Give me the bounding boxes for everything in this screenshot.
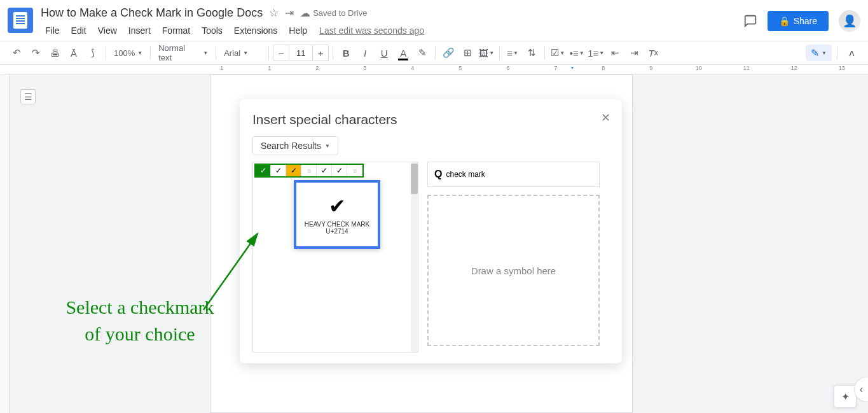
menu-extensions[interactable]: Extensions bbox=[230, 23, 282, 38]
menu-view[interactable]: View bbox=[93, 23, 121, 38]
character-row-highlight: ✓✓✓⍰✓✓⍰ bbox=[254, 164, 364, 178]
character-chip[interactable]: ⍰ bbox=[301, 165, 317, 176]
underline-button[interactable]: U bbox=[375, 44, 393, 62]
tooltip-code: U+2714 bbox=[326, 228, 348, 235]
character-chip[interactable]: ✓ bbox=[271, 165, 286, 176]
spellcheck-button[interactable]: Ā bbox=[65, 44, 83, 62]
explore-button[interactable]: ✦ bbox=[834, 385, 857, 408]
decrease-indent-button[interactable]: ⇤ bbox=[606, 44, 624, 62]
search-box[interactable]: Q bbox=[427, 162, 600, 187]
cloud-icon: ☁ bbox=[300, 7, 310, 19]
menu-file[interactable]: File bbox=[41, 23, 64, 38]
checklist-button[interactable]: ☑▼ bbox=[549, 44, 567, 62]
menu-bar: File Edit View Insert Format Tools Exten… bbox=[41, 23, 743, 38]
bold-button[interactable]: B bbox=[337, 44, 355, 62]
redo-button[interactable]: ↷ bbox=[27, 44, 45, 62]
menu-insert[interactable]: Insert bbox=[124, 23, 155, 38]
character-tooltip: ✔ HEAVY CHECK MARK U+2714 bbox=[294, 180, 380, 249]
text-color-button[interactable]: A bbox=[394, 44, 412, 62]
character-grid[interactable]: ✓✓✓⍰✓✓⍰ ✔ HEAVY CHECK MARK U+2714 bbox=[252, 162, 418, 353]
annotation-text: Select a checkmark of your choice bbox=[64, 294, 216, 347]
character-chip[interactable]: ✓ bbox=[317, 165, 332, 176]
menu-tools[interactable]: Tools bbox=[197, 23, 227, 38]
search-input[interactable] bbox=[446, 170, 593, 179]
dialog-title: Insert special characters bbox=[252, 112, 609, 127]
tooltip-name: HEAVY CHECK MARK bbox=[305, 221, 369, 228]
lock-icon: 🔒 bbox=[779, 16, 790, 26]
search-icon: Q bbox=[434, 169, 442, 180]
menu-format[interactable]: Format bbox=[158, 23, 195, 38]
clear-formatting-button[interactable]: Tx bbox=[644, 44, 662, 62]
toolbar: ↶ ↷ 🖶 Ā ⟆ 100%▼ Normal text▼ Arial▼ − + … bbox=[0, 41, 868, 65]
tooltip-glyph: ✔ bbox=[329, 194, 346, 218]
paint-format-button[interactable]: ⟆ bbox=[84, 44, 102, 62]
save-status-text: Saved to Drive bbox=[313, 8, 367, 18]
editing-mode-button[interactable]: ✎ ▼ bbox=[806, 45, 832, 61]
font-size-decrease[interactable]: − bbox=[273, 45, 289, 61]
character-chip[interactable]: ✓ bbox=[332, 165, 347, 176]
character-chip[interactable]: ⍰ bbox=[347, 165, 362, 176]
horizontal-ruler: 1123456789101112131415 ▾ bbox=[0, 65, 868, 74]
zoom-dropdown[interactable]: 100%▼ bbox=[110, 44, 146, 62]
outline-toggle[interactable]: ☰ bbox=[20, 89, 36, 104]
bulleted-list-button[interactable]: •≡▼ bbox=[568, 44, 586, 62]
character-chip[interactable]: ✓ bbox=[286, 165, 301, 176]
pencil-icon: ✎ bbox=[811, 47, 819, 59]
draw-area[interactable]: Draw a symbol here bbox=[427, 195, 600, 346]
docs-logo[interactable] bbox=[8, 8, 33, 33]
insert-image-button[interactable]: 🖼▼ bbox=[478, 44, 495, 62]
print-button[interactable]: 🖶 bbox=[46, 44, 64, 62]
special-characters-dialog: Insert special characters ✕ Search Resul… bbox=[240, 99, 622, 363]
star-icon[interactable]: ☆ bbox=[269, 6, 279, 20]
share-label: Share bbox=[794, 16, 817, 26]
move-icon[interactable]: ⇥ bbox=[285, 6, 294, 20]
italic-button[interactable]: I bbox=[356, 44, 374, 62]
last-edit-link[interactable]: Last edit was seconds ago bbox=[319, 25, 424, 36]
save-status[interactable]: ☁ Saved to Drive bbox=[300, 7, 367, 19]
grid-scrollbar[interactable] bbox=[411, 162, 418, 352]
menu-edit[interactable]: Edit bbox=[67, 23, 91, 38]
docs-logo-icon bbox=[13, 12, 27, 29]
insert-link-button[interactable]: 🔗 bbox=[439, 44, 457, 62]
user-avatar[interactable]: 👤 bbox=[839, 10, 860, 32]
numbered-list-button[interactable]: 1≡▼ bbox=[587, 44, 605, 62]
font-size-input[interactable] bbox=[289, 45, 312, 61]
draw-placeholder: Draw a symbol here bbox=[471, 265, 556, 276]
collapse-toolbar-button[interactable]: ʌ bbox=[843, 44, 860, 62]
indent-marker[interactable]: ▾ bbox=[571, 65, 574, 71]
font-dropdown[interactable]: Arial▼ bbox=[220, 44, 265, 62]
close-icon[interactable]: ✕ bbox=[601, 111, 610, 125]
document-page[interactable]: Insert special characters ✕ Search Resul… bbox=[210, 74, 633, 413]
share-button[interactable]: 🔒 Share bbox=[768, 11, 829, 31]
increase-indent-button[interactable]: ⇥ bbox=[625, 44, 643, 62]
align-button[interactable]: ≡▼ bbox=[504, 44, 521, 62]
undo-button[interactable]: ↶ bbox=[8, 44, 25, 62]
line-spacing-button[interactable]: ⇅ bbox=[523, 44, 541, 62]
comments-icon[interactable] bbox=[743, 14, 757, 28]
vertical-ruler bbox=[0, 65, 10, 413]
character-chip[interactable]: ✓ bbox=[256, 165, 271, 176]
menu-help[interactable]: Help bbox=[284, 23, 312, 38]
add-comment-button[interactable]: ⊞ bbox=[458, 44, 476, 62]
style-dropdown[interactable]: Normal text▼ bbox=[155, 44, 212, 62]
highlight-button[interactable]: ✎ bbox=[413, 44, 431, 62]
document-title[interactable]: How to Make a Check Mark in Google Docs bbox=[41, 6, 263, 20]
font-size-increase[interactable]: + bbox=[312, 45, 329, 61]
category-dropdown[interactable]: Search Results ▼ bbox=[252, 136, 338, 155]
